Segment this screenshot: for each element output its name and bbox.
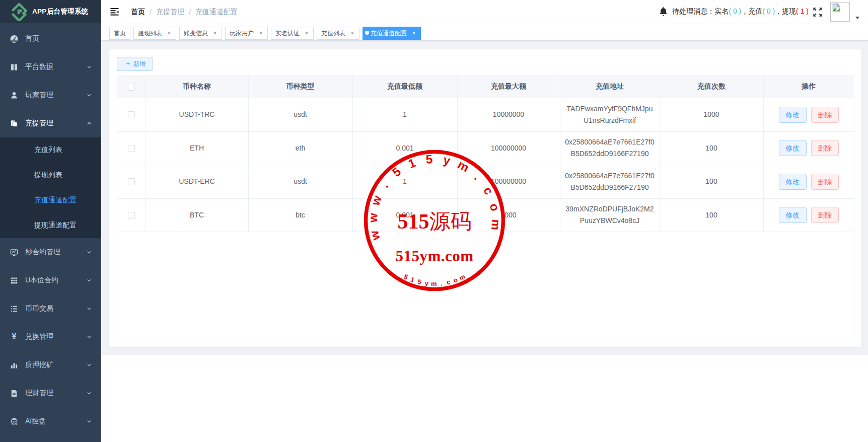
svg-text:1: 1 [409,275,415,284]
svg-text:515源码: 515源码 [398,210,472,233]
svg-text:o: o [487,202,502,212]
svg-text:5: 5 [425,152,433,166]
svg-text:m: m [431,280,437,287]
svg-text:y: y [424,279,429,287]
svg-text:w: w [368,194,384,208]
svg-text:515ym.com: 515ym.com [395,247,473,265]
svg-text:m: m [489,219,503,231]
svg-text:c: c [446,278,451,286]
svg-text:.: . [440,279,443,287]
svg-text:w: w [367,229,383,242]
svg-text:.: . [472,171,484,183]
svg-text:5: 5 [390,165,403,180]
svg-text:c: c [481,184,496,197]
svg-text:1: 1 [406,156,417,171]
svg-text:5: 5 [417,278,422,286]
svg-text:w: w [366,212,380,223]
svg-text:y: y [442,153,452,167]
svg-text:o: o [452,276,459,284]
svg-text:.: . [378,179,391,190]
svg-text:5: 5 [402,272,409,281]
